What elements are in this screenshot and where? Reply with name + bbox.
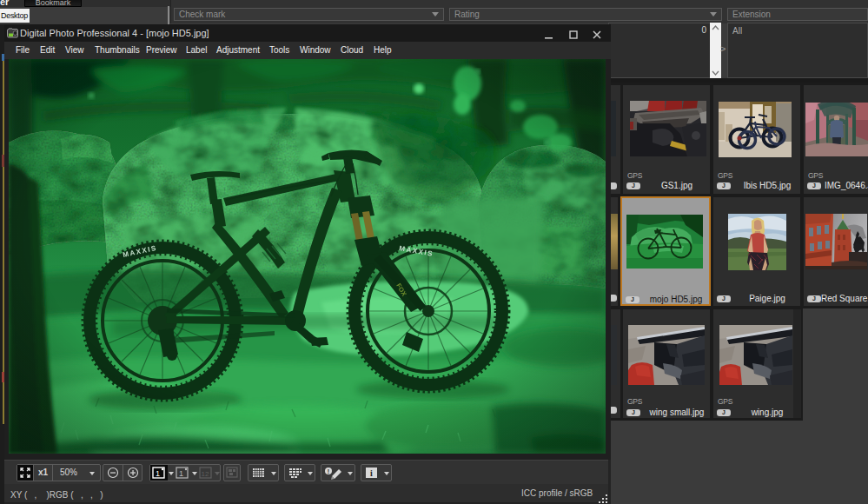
svg-text:!: ! bbox=[328, 468, 329, 474]
svg-text:i: i bbox=[370, 468, 373, 478]
svg-text:1: 1 bbox=[156, 469, 160, 478]
svg-text:12: 12 bbox=[201, 470, 209, 478]
svg-text:1: 1 bbox=[179, 469, 183, 478]
